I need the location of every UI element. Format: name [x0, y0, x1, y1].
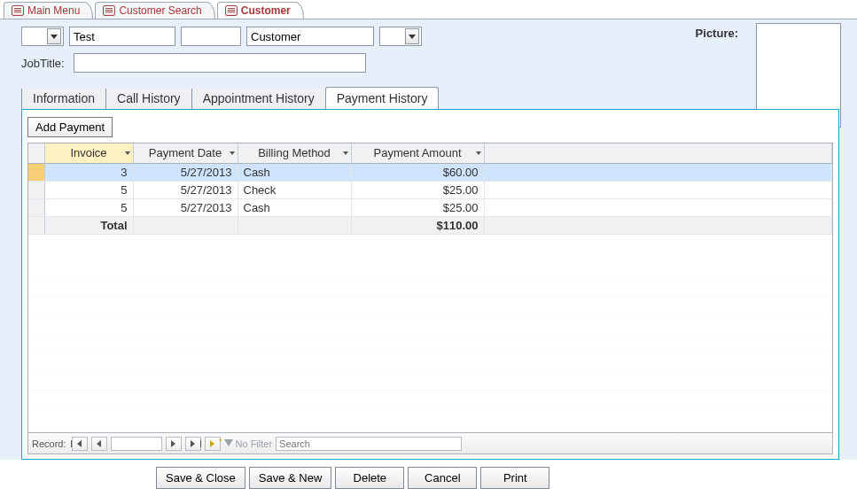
prefix-combo[interactable]: [21, 27, 64, 46]
cell-method[interactable]: Check: [238, 181, 351, 198]
table-row[interactable]: 3 5/27/2013 Cash $60.00: [28, 163, 832, 181]
totals-blank: [238, 216, 351, 234]
funnel-icon: [224, 439, 233, 448]
col-header-payment-date[interactable]: Payment Date: [133, 143, 238, 163]
save-new-button[interactable]: Save & New: [249, 467, 332, 489]
cancel-button[interactable]: Cancel: [408, 467, 477, 489]
cell-invoice[interactable]: 5: [44, 198, 133, 216]
cell-blank: [484, 181, 832, 198]
nav-new-button[interactable]: [205, 437, 221, 451]
tab-control-wrap: Information Call History Appointment His…: [0, 87, 857, 460]
doc-tab-label: Customer: [241, 4, 291, 17]
form-icon: [12, 5, 24, 16]
add-payment-button[interactable]: Add Payment: [27, 117, 113, 137]
tab-payment-history[interactable]: Payment History: [325, 87, 440, 109]
first-name-input[interactable]: [69, 27, 175, 46]
recnav-search-input[interactable]: [276, 437, 462, 451]
next-icon: [171, 440, 175, 447]
document-tab-bar: Main Menu Customer Search Customer: [0, 0, 857, 19]
chevron-down-icon[interactable]: [47, 28, 61, 44]
bottom-action-bar: Save & Close Save & New Delete Cancel Pr…: [0, 460, 857, 489]
row-handle[interactable]: [28, 163, 44, 181]
table-row[interactable]: 5 5/27/2013 Cash $25.00: [28, 198, 832, 216]
print-button[interactable]: Print: [480, 467, 549, 489]
col-header-billing-method[interactable]: Billing Method: [238, 143, 351, 163]
col-header-invoice[interactable]: Invoice: [44, 143, 133, 163]
customer-header: JobTitle: Picture:: [0, 19, 857, 89]
cell-date[interactable]: 5/27/2013: [133, 181, 238, 198]
table-row[interactable]: 5 5/27/2013 Check $25.00: [28, 181, 832, 198]
tab-appointment-history[interactable]: Appointment History: [191, 87, 326, 109]
cell-invoice[interactable]: 3: [44, 163, 133, 181]
cell-method[interactable]: Cash: [238, 163, 351, 181]
cell-amount[interactable]: $60.00: [351, 163, 484, 181]
payments-grid: Invoice Payment Date Billing Method: [27, 143, 833, 433]
doc-tab-label: Customer Search: [119, 4, 201, 17]
row-handle[interactable]: [28, 181, 44, 198]
col-header-blank: [484, 143, 832, 163]
doc-tab-main-menu[interactable]: Main Menu: [4, 2, 93, 19]
totals-label: Total: [44, 216, 133, 234]
cell-amount[interactable]: $25.00: [351, 198, 484, 216]
recnav-label: Record:: [32, 438, 66, 449]
record-navigator: Record: No Filter: [27, 433, 833, 454]
save-close-button[interactable]: Save & Close: [156, 467, 245, 489]
table-header-row: Invoice Payment Date Billing Method: [28, 143, 832, 163]
cell-blank: [484, 198, 832, 216]
totals-blank: [133, 216, 238, 234]
first-icon: [77, 440, 82, 447]
doc-tab-customer[interactable]: Customer: [217, 2, 304, 19]
row-handle[interactable]: [28, 198, 44, 216]
col-header-label: Invoice: [70, 146, 106, 159]
nav-last-button[interactable]: [185, 437, 201, 451]
select-all-handle[interactable]: [28, 143, 44, 163]
cell-blank: [484, 163, 832, 181]
col-header-payment-amount[interactable]: Payment Amount: [351, 143, 484, 163]
nav-prev-button[interactable]: [91, 437, 107, 451]
new-record-icon: [210, 440, 214, 447]
cell-date[interactable]: 5/27/2013: [133, 163, 238, 181]
form-icon: [225, 5, 238, 16]
col-header-label: Billing Method: [258, 146, 331, 159]
doc-tab-customer-search[interactable]: Customer Search: [95, 2, 214, 19]
filter-text: No Filter: [236, 438, 273, 449]
middle-name-input[interactable]: [181, 27, 241, 46]
totals-amount: $110.00: [351, 216, 484, 234]
chevron-down-icon: [125, 151, 130, 155]
last-name-input[interactable]: [246, 27, 374, 46]
chevron-down-icon: [230, 151, 235, 155]
col-header-label: Payment Amount: [374, 146, 462, 159]
jobtitle-row: JobTitle:: [21, 53, 839, 73]
nav-first-button[interactable]: [72, 437, 88, 451]
totals-blank: [484, 216, 832, 234]
tab-body-payment-history: Add Payment Invoice: [21, 109, 839, 460]
tab-information[interactable]: Information: [21, 87, 106, 109]
tab-call-history[interactable]: Call History: [105, 87, 192, 109]
chevron-down-icon: [343, 151, 348, 155]
jobtitle-input[interactable]: [74, 53, 366, 73]
nav-next-button[interactable]: [166, 437, 182, 451]
form-icon: [103, 5, 115, 16]
cell-method[interactable]: Cash: [238, 198, 351, 216]
jobtitle-label: JobTitle:: [21, 57, 65, 70]
filter-indicator[interactable]: No Filter: [224, 438, 273, 449]
prev-icon: [97, 440, 101, 447]
grid-empty-area: [28, 260, 832, 432]
picture-label: Picture:: [696, 27, 738, 40]
cell-amount[interactable]: $25.00: [351, 181, 484, 198]
delete-button[interactable]: Delete: [335, 467, 404, 489]
sub-tab-bar: Information Call History Appointment His…: [21, 87, 839, 109]
col-header-label: Payment Date: [149, 146, 222, 159]
suffix-combo[interactable]: [379, 27, 422, 46]
row-handle: [28, 216, 44, 234]
doc-tab-label: Main Menu: [27, 4, 80, 17]
cell-date[interactable]: 5/27/2013: [133, 198, 238, 216]
chevron-down-icon[interactable]: [405, 28, 419, 44]
last-icon: [191, 440, 195, 447]
payments-table: Invoice Payment Date Billing Method: [28, 143, 832, 235]
chevron-down-icon: [476, 151, 481, 155]
record-position-input[interactable]: [111, 437, 162, 451]
cell-invoice[interactable]: 5: [44, 181, 133, 198]
table-totals-row: Total $110.00: [28, 216, 832, 234]
